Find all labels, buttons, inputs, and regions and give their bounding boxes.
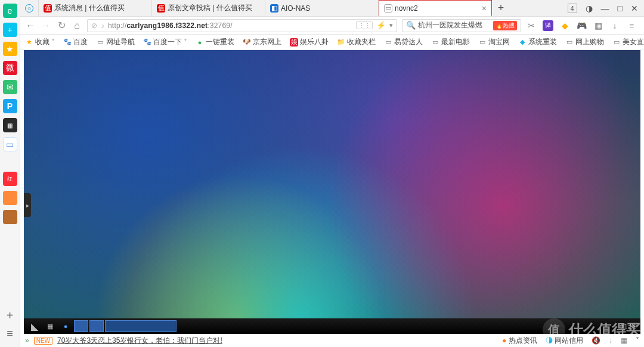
tab-label: 系统消息 | 什么值得买 bbox=[54, 3, 147, 13]
bookmark-label: 娱乐八卦 bbox=[300, 37, 329, 47]
tab-4-active[interactable]: ▭ novnc2 × bbox=[379, 0, 492, 16]
bookmark-item[interactable]: ▭淘宝网 bbox=[478, 37, 510, 47]
compass-icon: ○ bbox=[25, 4, 33, 13]
vnc-taskbar: ◣ ▦ ● 11:09 bbox=[24, 318, 640, 334]
tab-2[interactable]: 值 原创文章投稿 | 什么值得买 bbox=[152, 0, 265, 16]
taskbar-item[interactable] bbox=[89, 320, 104, 332]
chevron-icon[interactable]: » bbox=[25, 336, 29, 345]
news-headline[interactable]: 70岁大爷3天恋上35岁银行女，老伯：我们门当户对! bbox=[57, 336, 222, 346]
bookmark-item[interactable]: ◆系统重装 bbox=[518, 37, 557, 47]
sidebar-add-icon[interactable]: + bbox=[3, 23, 17, 37]
bookmark-icon: ▭ bbox=[96, 38, 104, 47]
bookmark-icon: ▭ bbox=[612, 38, 621, 47]
sidebar-qr-icon[interactable]: ▦ bbox=[3, 118, 17, 132]
bookmark-item[interactable]: 🐾百度一下˅ bbox=[143, 37, 187, 47]
taskbar-active-window[interactable] bbox=[105, 320, 177, 332]
search-input[interactable]: 🔍 杭州一医院发生爆燃 🔥热搜 bbox=[402, 19, 521, 32]
tab-pinned[interactable]: ○ bbox=[20, 0, 39, 16]
bookmark-icon: 📁 bbox=[337, 38, 345, 47]
bookmark-icon: ▭ bbox=[431, 38, 439, 47]
tab-label: AIO-NAS bbox=[281, 4, 373, 13]
download-icon[interactable]: ↓ bbox=[609, 20, 620, 31]
close-window-button[interactable]: ✕ bbox=[631, 4, 638, 13]
close-tab-icon[interactable]: × bbox=[482, 4, 487, 13]
minimize-button[interactable]: — bbox=[601, 4, 609, 13]
bookmark-item[interactable]: 🐶京东网上 bbox=[243, 37, 281, 47]
bookmark-icon: ▭ bbox=[384, 38, 392, 47]
bookmark-label: 一键重装 bbox=[206, 37, 234, 47]
sidebar-p-icon[interactable]: P bbox=[3, 99, 17, 113]
vnc-panel-handle[interactable]: ▸ bbox=[24, 193, 31, 217]
dropdown-icon[interactable]: ▾ bbox=[389, 21, 393, 29]
home-button[interactable]: ⌂ bbox=[72, 20, 82, 31]
new-tab-button[interactable]: + bbox=[492, 0, 510, 16]
mute-icon[interactable]: 🔇 bbox=[592, 336, 600, 345]
shield-icon[interactable]: ◆ bbox=[559, 20, 570, 31]
bookmark-label: 网上购物 bbox=[575, 37, 604, 47]
url-text: http://carlyang1986.f3322.net:32769/ bbox=[108, 21, 352, 30]
taskbar-item[interactable] bbox=[74, 320, 88, 332]
bookmark-item[interactable]: ▭网上购物 bbox=[565, 37, 604, 47]
taskbar-item[interactable]: ● bbox=[58, 320, 73, 332]
smzdm-icon: 值 bbox=[44, 4, 52, 13]
sidebar-browser-icon[interactable]: e bbox=[3, 4, 17, 18]
sidebar-mail-icon[interactable]: ✉ bbox=[3, 80, 17, 94]
new-badge: NEW bbox=[34, 337, 52, 345]
bookmark-item[interactable]: ▭网址导航 bbox=[96, 37, 135, 47]
tab-count[interactable]: 4 bbox=[568, 4, 577, 13]
game-icon[interactable]: 🎮 bbox=[576, 20, 587, 31]
sidebar-game2-icon[interactable] bbox=[3, 210, 17, 224]
apps-icon[interactable]: ▦ bbox=[593, 20, 603, 31]
app-sidebar: e + ★ 微 ✉ P ▦ ▭ 红 + ≡ bbox=[0, 0, 20, 347]
bookmark-icon: 🐾 bbox=[63, 38, 72, 47]
skin-icon[interactable]: ◑ bbox=[586, 4, 593, 13]
chevron-down-icon[interactable]: ˅ bbox=[636, 336, 639, 345]
download-status-icon[interactable]: ↓ bbox=[609, 336, 612, 345]
flash-icon[interactable]: ⚡ bbox=[376, 21, 386, 30]
bookmark-icon: 🐶 bbox=[243, 38, 251, 47]
apps-status-icon[interactable]: ▦ bbox=[621, 336, 627, 345]
menu-icon[interactable]: ≡ bbox=[626, 20, 637, 31]
sidebar-doc-icon[interactable]: ▭ bbox=[3, 137, 17, 151]
search-icon: 🔍 bbox=[406, 21, 416, 30]
window-controls: 4 ◑ — □ ✕ bbox=[562, 0, 644, 16]
taskbar-apps-icon[interactable]: ▦ bbox=[43, 320, 57, 332]
sidebar-add-button[interactable]: + bbox=[7, 309, 14, 323]
bookmark-icon: ▭ bbox=[565, 38, 574, 47]
bookmark-icon: ● bbox=[196, 38, 204, 47]
hot-news-link[interactable]: ● 热点资讯 bbox=[502, 336, 537, 346]
start-icon[interactable]: ◣ bbox=[27, 320, 42, 332]
site-credit-link[interactable]: ◑ 网站信用 bbox=[546, 336, 583, 346]
bookmark-item[interactable]: ▭易贷达人 bbox=[384, 37, 423, 47]
bookmark-item[interactable]: 🐾百度 bbox=[63, 37, 88, 47]
tab-3[interactable]: ◧ AIO-NAS bbox=[265, 0, 379, 16]
bookmark-label: 收藏 bbox=[35, 37, 49, 47]
translate-icon[interactable]: 译 bbox=[543, 20, 553, 31]
bookmark-item[interactable]: ★收藏˅ bbox=[25, 37, 55, 47]
bookmark-label: 京东网上 bbox=[253, 37, 281, 47]
taskbar-clock: 11:09 bbox=[620, 323, 637, 330]
reload-button[interactable]: ↻ bbox=[56, 20, 67, 31]
sidebar-red-icon[interactable]: 红 bbox=[3, 172, 17, 186]
address-bar: ← → ↻ ⌂ ⊘ ♪ http://carlyang1986.f3322.ne… bbox=[20, 17, 644, 35]
vnc-wallpaper bbox=[24, 50, 640, 334]
sidebar-game1-icon[interactable] bbox=[3, 191, 17, 205]
back-button[interactable]: ← bbox=[25, 20, 36, 31]
maximize-button[interactable]: □ bbox=[618, 4, 623, 13]
chevron-down-icon: ˅ bbox=[51, 38, 55, 47]
sidebar-weibo-icon[interactable]: 微 bbox=[3, 61, 17, 75]
bookmarks-bar: ★收藏˅🐾百度▭网址导航🐾百度一下˅●一键重装🐶京东网上娱娱乐八卦📁收藏夹栏▭易… bbox=[20, 35, 644, 50]
bookmark-item[interactable]: 娱娱乐八卦 bbox=[290, 37, 329, 47]
sidebar-menu-button[interactable]: ≡ bbox=[7, 327, 13, 340]
bookmark-item[interactable]: ▭最新电影 bbox=[431, 37, 470, 47]
scissors-icon[interactable]: ✂ bbox=[526, 20, 537, 31]
bookmark-item[interactable]: ▭美女直播 bbox=[612, 37, 644, 47]
bookmark-item[interactable]: 📁收藏夹栏 bbox=[337, 37, 376, 47]
sidebar-star-icon[interactable]: ★ bbox=[3, 42, 17, 56]
bookmark-item[interactable]: ●一键重装 bbox=[196, 37, 234, 47]
sound-icon: ♪ bbox=[101, 21, 104, 30]
tab-1[interactable]: 值 系统消息 | 什么值得买 bbox=[39, 0, 152, 16]
url-input[interactable]: ⊘ ♪ http://carlyang1986.f3322.net:32769/… bbox=[87, 19, 397, 32]
bookmark-label: 百度 bbox=[73, 37, 88, 47]
grid-icon[interactable]: ⋮⋮ bbox=[356, 21, 373, 29]
